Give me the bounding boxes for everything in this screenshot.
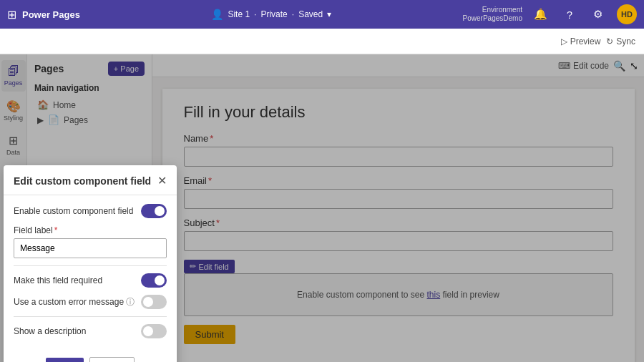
show-description-toggle[interactable]	[141, 324, 167, 338]
edit-component-field-modal: Edit custom component field ✕ Enable cus…	[4, 165, 177, 362]
make-required-row: Make this field required	[14, 273, 167, 288]
modal-body: Enable custom component field Field labe…	[4, 195, 177, 354]
make-required-label: Make this field required	[14, 275, 102, 285]
divider-2	[14, 316, 167, 317]
field-label-label: Field label *	[14, 225, 167, 235]
settings-icon[interactable]: ⚙	[588, 4, 608, 24]
enable-custom-row: Enable custom component field	[14, 204, 167, 218]
help-icon[interactable]: ?	[560, 4, 580, 24]
chevron-down-icon[interactable]: ▾	[327, 9, 331, 19]
top-navbar: ⊞ Power Pages 👤 Site 1 · Private · Saved…	[0, 0, 644, 29]
ok-button[interactable]: OK	[46, 358, 84, 362]
save-status: Saved	[298, 9, 323, 19]
notifications-icon[interactable]: 🔔	[531, 4, 551, 24]
site-name: Site 1	[228, 9, 250, 19]
modal-header: Edit custom component field ✕	[4, 165, 177, 195]
grid-icon[interactable]: ⊞	[7, 8, 16, 21]
modal-footer: OK Cancel	[4, 354, 177, 362]
top-nav-center: 👤 Site 1 · Private · Saved ▾	[211, 9, 331, 20]
cancel-button[interactable]: Cancel	[89, 357, 135, 362]
custom-error-label: Use a custom error message ⓘ	[14, 296, 135, 308]
divider-1	[14, 265, 167, 266]
make-required-toggle[interactable]	[141, 273, 167, 288]
info-icon[interactable]: ⓘ	[126, 297, 135, 307]
enable-custom-toggle[interactable]	[141, 204, 167, 218]
modal-title: Edit custom component field	[14, 175, 151, 187]
preview-icon: ▷	[561, 36, 567, 47]
person-icon: 👤	[211, 9, 223, 20]
sync-button[interactable]: ↻ Sync	[606, 36, 635, 47]
avatar[interactable]: HD	[617, 4, 637, 24]
custom-error-row: Use a custom error message ⓘ	[14, 295, 167, 309]
preview-label: Preview	[570, 36, 601, 47]
env-label: Environment PowerPagesDemo	[463, 6, 522, 23]
show-description-label: Show a description	[14, 326, 86, 336]
top-nav-right: Environment PowerPagesDemo 🔔 ? ⚙ HD	[463, 4, 637, 24]
sub-nav-right: ▷ Preview ↻ Sync	[561, 36, 635, 47]
sync-icon: ↻	[606, 36, 613, 47]
sync-label: Sync	[616, 36, 635, 47]
show-description-row: Show a description	[14, 324, 167, 338]
preview-button[interactable]: ▷ Preview	[561, 36, 601, 47]
site-separator2: ·	[292, 9, 294, 19]
sub-navbar: ▷ Preview ↻ Sync	[0, 29, 644, 54]
site-status: Private	[260, 9, 287, 19]
modal-close-button[interactable]: ✕	[157, 174, 167, 187]
main-layout: 🗐 Pages 🎨 Styling ⊞ Data ⚙ Setup Pages +…	[0, 54, 644, 362]
top-nav-left: ⊞ Power Pages	[7, 8, 80, 21]
custom-error-toggle[interactable]	[141, 295, 167, 309]
field-label-input[interactable]	[14, 238, 167, 258]
site-separator: ·	[254, 9, 256, 19]
app-name: Power Pages	[22, 9, 80, 20]
field-label-required-star: *	[54, 225, 58, 235]
enable-custom-label: Enable custom component field	[14, 206, 133, 216]
field-label-section: Field label *	[14, 225, 167, 258]
